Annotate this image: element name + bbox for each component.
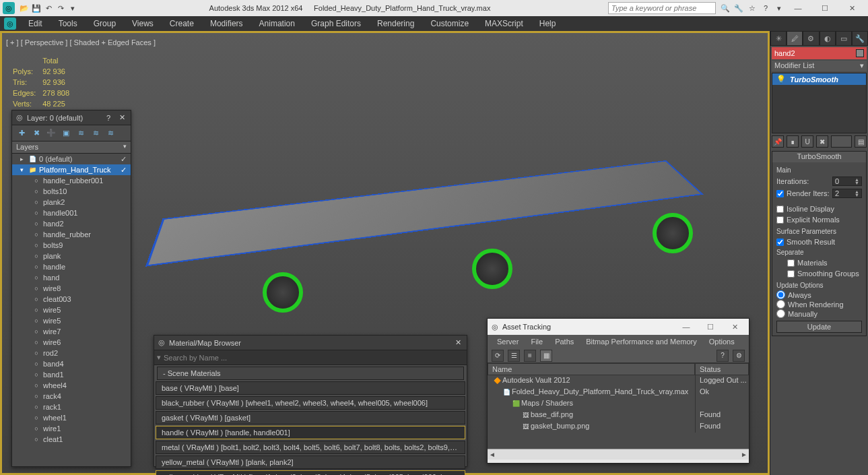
asset-row[interactable]: 📄Folded_Heavy_Duty_Platform_Hand_Truck_v… xyxy=(488,387,749,398)
layer-row[interactable]: ○cleat003 xyxy=(12,294,131,305)
modifier-bulb-icon[interactable]: 💡 xyxy=(776,75,786,84)
motion-tab-icon[interactable]: ◐ xyxy=(820,31,836,46)
menu-animation[interactable]: Animation xyxy=(253,17,302,30)
save-icon[interactable]: 💾 xyxy=(31,3,42,13)
redo-icon[interactable]: ↷ xyxy=(55,3,66,13)
exchange-icon[interactable]: ☆ xyxy=(747,3,758,13)
utilities-tab-icon[interactable]: 🔧 xyxy=(852,31,868,46)
material-item[interactable]: yellow_metal ( VRayMtl ) [plank, plank2] xyxy=(156,455,465,469)
help-search-input[interactable] xyxy=(608,2,716,14)
app-logo[interactable]: ◎ xyxy=(3,2,15,14)
help-icon[interactable]: ? xyxy=(760,3,771,13)
layer-row[interactable]: ○rod2 xyxy=(12,348,131,358)
layer-row[interactable]: ○band1 xyxy=(12,369,131,380)
asset-menu-server[interactable]: Server xyxy=(492,338,524,346)
layer-row[interactable]: ○plank2 xyxy=(12,197,131,208)
asset-table-icon[interactable]: ▦ xyxy=(540,350,552,362)
minimize-button[interactable]: — xyxy=(784,0,811,16)
layer-row[interactable]: ○rack4 xyxy=(12,391,131,402)
render-iters-checkbox[interactable] xyxy=(776,190,784,197)
app-menu-icon[interactable]: ◎ xyxy=(4,18,16,30)
layer-row[interactable]: ○rack1 xyxy=(12,402,131,412)
asset-maximize-icon[interactable]: ☐ xyxy=(700,319,721,335)
asset-col-name[interactable]: Name xyxy=(488,363,695,375)
dropdown-icon[interactable]: ▾ xyxy=(774,3,784,13)
modifier-list-dropdown[interactable]: Modifier List▾ xyxy=(772,61,867,71)
asset-title[interactable]: ◎ Asset Tracking — ☐ ✕ xyxy=(488,319,749,335)
menu-create[interactable]: Create xyxy=(163,17,201,30)
mat-title[interactable]: ◎ Material/Map Browser ✕ xyxy=(154,336,467,350)
layer-row[interactable]: ○plank xyxy=(12,251,131,261)
modifier-stack[interactable]: 💡 TurboSmooth xyxy=(772,73,867,133)
menu-graph-editors[interactable]: Graph Editors xyxy=(304,17,368,30)
layer-row[interactable]: ○wire1 xyxy=(12,423,131,434)
open-icon[interactable]: 📂 xyxy=(19,3,30,13)
asset-row[interactable]: 🔶Autodesk Vault 2012Logged Out ... xyxy=(488,375,749,387)
menu-views[interactable]: Views xyxy=(125,17,160,30)
layer-row[interactable]: ○bolts10 xyxy=(12,186,131,197)
update-button[interactable]: Update xyxy=(776,321,862,333)
sep-materials-checkbox[interactable] xyxy=(787,259,795,267)
pin-stack-icon[interactable]: 📌 xyxy=(772,135,784,148)
layer-row[interactable]: ○handle xyxy=(12,261,131,272)
layer-row[interactable]: ▾📁Platform_Hand_Truck✓ xyxy=(12,164,131,175)
select-layer-icon[interactable]: ▣ xyxy=(61,128,71,139)
modify-tab-icon[interactable]: 🖉 xyxy=(787,31,803,46)
iterations-spinner[interactable]: 0▲▼ xyxy=(832,177,862,186)
layer-row[interactable]: ○wire7 xyxy=(12,326,131,337)
menu-edit[interactable]: Edit xyxy=(22,17,49,30)
search-icon[interactable]: 🔍 xyxy=(720,3,731,13)
mat-close-icon[interactable]: ✕ xyxy=(453,338,463,348)
display-tab-icon[interactable]: ▭ xyxy=(836,31,852,46)
menu-tools[interactable]: Tools xyxy=(52,17,84,30)
rollout-title[interactable]: TurboSmooth xyxy=(772,152,866,162)
mat-section-header[interactable]: - Scene Materials xyxy=(157,367,464,380)
layers-list[interactable]: ▸📄0 (default)✓▾📁Platform_Hand_Truck✓○han… xyxy=(12,154,131,466)
layer-row[interactable]: ○hand2 xyxy=(12,218,131,229)
layer-row[interactable]: ○wire8 xyxy=(12,283,131,294)
update-always-radio[interactable] xyxy=(776,290,785,299)
hide-layer-icon[interactable]: ≋ xyxy=(90,128,101,139)
layer-row[interactable]: ○handle_rubber001 xyxy=(12,175,131,186)
menu-help[interactable]: Help xyxy=(533,17,563,30)
object-name-field[interactable]: hand2 xyxy=(772,47,867,59)
layer-row[interactable]: ○handle001 xyxy=(12,208,131,218)
asset-minimize-icon[interactable]: — xyxy=(676,319,696,335)
layer-row[interactable]: ○wire5 xyxy=(12,315,131,326)
new-layer-icon[interactable]: ✚ xyxy=(16,128,27,139)
layers-panel-title[interactable]: ◎ Layer: 0 (default) ? ✕ xyxy=(12,110,131,125)
layer-row[interactable]: ○cleat1 xyxy=(12,434,131,445)
asset-row[interactable]: 🖼gasket_bump.pngFound xyxy=(488,421,749,433)
asset-menu-options[interactable]: Options xyxy=(704,338,740,346)
asset-refresh-icon[interactable]: ⟳ xyxy=(492,350,504,362)
delete-layer-icon[interactable]: ✖ xyxy=(31,128,42,139)
layer-row[interactable]: ○wheel1 xyxy=(12,412,131,423)
make-unique-icon[interactable]: U xyxy=(801,135,813,148)
layer-row[interactable]: ○bolts9 xyxy=(12,240,131,251)
asset-row[interactable]: 🖼base_dif.pngFound xyxy=(488,410,749,421)
asset-hscroll[interactable]: ◄► xyxy=(488,449,749,460)
maximize-button[interactable]: ☐ xyxy=(811,0,838,16)
asset-menu-bitmap-performance-and-memory[interactable]: Bitmap Performance and Memory xyxy=(580,338,702,346)
material-item[interactable]: metal ( VRayMtl ) [bolt1, bolt2, bolt3, … xyxy=(156,441,465,454)
material-item[interactable]: black_rubber ( VRayMtl ) [wheel1, wheel2… xyxy=(156,396,465,410)
viewport-label[interactable]: [ + ] [ Perspective ] [ Shaded + Edged F… xyxy=(6,38,156,46)
layer-row[interactable]: ○wire6 xyxy=(12,337,131,348)
mat-search[interactable]: ▾ Search by Name ... xyxy=(154,350,467,365)
layer-row[interactable]: ○handle_rubber xyxy=(12,229,131,240)
color-swatch[interactable] xyxy=(856,49,864,57)
add-to-layer-icon[interactable]: ➕ xyxy=(46,128,57,139)
isoline-checkbox[interactable] xyxy=(776,205,784,213)
update-render-radio[interactable] xyxy=(776,300,785,309)
asset-table-header[interactable]: Name Status xyxy=(488,363,749,375)
layer-row[interactable]: ○wheel4 xyxy=(12,380,131,391)
explicit-checkbox[interactable] xyxy=(776,216,784,224)
asset-menu-paths[interactable]: Paths xyxy=(549,338,579,346)
render-iters-spinner[interactable]: 2▲▼ xyxy=(832,189,862,198)
menu-rendering[interactable]: Rendering xyxy=(370,17,421,30)
asset-options-icon[interactable]: ⚙ xyxy=(733,350,745,362)
hierarchy-tab-icon[interactable]: ⚙ xyxy=(803,31,819,46)
asset-help-icon[interactable]: ? xyxy=(716,350,729,362)
smooth-result-checkbox[interactable] xyxy=(776,239,784,246)
update-manual-radio[interactable] xyxy=(776,309,785,318)
